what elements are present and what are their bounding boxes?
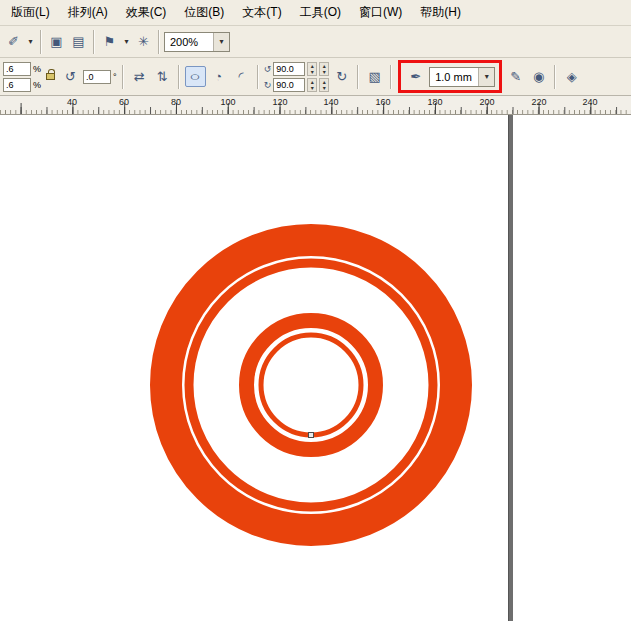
page-edge-line: [508, 115, 513, 621]
ruler-label: 240: [582, 97, 597, 107]
horizontal-ruler[interactable]: 40 60 80 100 120 140 160 180 200 220 240: [0, 96, 631, 115]
outline-pen-icon: ✒: [405, 66, 426, 87]
ruler-label: 220: [531, 97, 546, 107]
toolbar-separator: [390, 65, 392, 89]
toolbar-separator: [178, 65, 180, 89]
mirror-vertical-button[interactable]: ⇅: [152, 66, 173, 87]
pie-button[interactable]: ◔: [208, 66, 229, 87]
arc-angle-fields: ↺ ▴▾ ▴▾ ↻ ▴▾ ▴▾: [264, 62, 330, 92]
launcher-dropdown-icon[interactable]: ▾: [121, 31, 132, 52]
menu-effects[interactable]: 效果(C): [117, 0, 176, 25]
menu-window[interactable]: 窗口(W): [350, 0, 411, 25]
start-angle-spinner-2[interactable]: ▴▾: [319, 62, 329, 76]
property-bar: % % ↺ ° ⇄ ⇅ ○ ◔ ◜ ↺ ▴▾ ▴▾: [0, 58, 631, 96]
mirror-horizontal-button[interactable]: ⇄: [129, 66, 150, 87]
tool-dropdown-icon[interactable]: ▾: [25, 31, 36, 52]
application-launcher-icon[interactable]: ⚑: [99, 31, 120, 52]
end-angle-spinner-2[interactable]: ▴▾: [319, 78, 329, 92]
toolbar-separator: [122, 65, 124, 89]
concentric-circles-drawing[interactable]: [0, 115, 631, 621]
toolbar-separator: [357, 65, 359, 89]
annotation-highlight-box: ✒ 1.0 mm ▾: [398, 60, 502, 93]
menu-arrange[interactable]: 排列(A): [59, 0, 117, 25]
scale-horizontal-unit: %: [33, 64, 41, 74]
rotation-angle-input[interactable]: [83, 70, 111, 84]
lock-ratio-icon[interactable]: [46, 73, 55, 80]
ruler-label: 60: [119, 97, 129, 107]
end-angle-icon: ↻: [264, 80, 272, 90]
start-angle-icon: ↺: [264, 64, 272, 74]
curve-node-marker[interactable]: [308, 432, 314, 438]
tool-icon[interactable]: ✐: [3, 31, 24, 52]
menu-tools[interactable]: 工具(O): [291, 0, 350, 25]
ellipse-button[interactable]: ○: [185, 66, 206, 87]
scale-factor-fields: % %: [3, 62, 41, 92]
degree-label: °: [113, 72, 117, 82]
ruler-label: 100: [220, 97, 235, 107]
menu-bar: 版面(L) 排列(A) 效果(C) 位图(B) 文本(T) 工具(O) 窗口(W…: [0, 0, 631, 26]
zoom-level-combobox[interactable]: 200% ▾: [164, 32, 230, 52]
rotate-icon: ↺: [60, 66, 81, 87]
menu-bitmaps[interactable]: 位图(B): [175, 0, 233, 25]
arc-button[interactable]: ◜: [231, 66, 252, 87]
outer-thick-ring[interactable]: [166, 240, 456, 530]
toolbar-separator: [158, 30, 160, 54]
start-angle-spinner[interactable]: ▴▾: [307, 62, 317, 76]
ruler-label: 80: [171, 97, 181, 107]
welcome-screen-icon[interactable]: ✳: [133, 31, 154, 52]
inner-thin-ring[interactable]: [261, 335, 361, 435]
menu-layout[interactable]: 版面(L): [2, 0, 59, 25]
object-properties-button[interactable]: ◉: [528, 66, 549, 87]
outline-width-combobox[interactable]: 1.0 mm ▾: [429, 67, 495, 87]
export-icon[interactable]: ▤: [68, 31, 89, 52]
edit-properties-button[interactable]: ✎: [505, 66, 526, 87]
end-angle-spinner[interactable]: ▴▾: [307, 78, 317, 92]
ruler-label: 140: [323, 97, 338, 107]
start-angle-input[interactable]: [273, 62, 305, 76]
import-icon[interactable]: ▣: [46, 31, 67, 52]
menu-help[interactable]: 帮助(H): [411, 0, 470, 25]
menu-text[interactable]: 文本(T): [233, 0, 290, 25]
drawing-canvas[interactable]: [0, 115, 631, 621]
ruler-label: 180: [427, 97, 442, 107]
zoom-level-value: 200%: [165, 33, 213, 51]
outer-thin-ring[interactable]: [189, 263, 433, 507]
wrap-text-button[interactable]: ◈: [561, 66, 582, 87]
ruler-label: 200: [479, 97, 494, 107]
toolbar-separator: [40, 30, 42, 54]
outline-width-value: 1.0 mm: [430, 68, 478, 86]
zoom-dropdown-icon[interactable]: ▾: [213, 33, 229, 51]
arc-direction-button[interactable]: ↻: [331, 66, 352, 87]
ruler-label: 40: [67, 97, 77, 107]
ruler-label: 120: [272, 97, 287, 107]
scale-vertical-unit: %: [33, 80, 41, 90]
toolbar-separator: [257, 65, 259, 89]
outline-width-dropdown-icon[interactable]: ▾: [478, 68, 494, 86]
end-angle-input[interactable]: [273, 78, 305, 92]
toolbar-separator: [93, 30, 95, 54]
convert-to-curve-button[interactable]: ▧: [364, 66, 385, 87]
scale-horizontal-input[interactable]: [3, 62, 31, 76]
coreldraw-window: 版面(L) 排列(A) 效果(C) 位图(B) 文本(T) 工具(O) 窗口(W…: [0, 0, 631, 621]
scale-vertical-input[interactable]: [3, 78, 31, 92]
standard-toolbar: ✐ ▾ ▣ ▤ ⚑ ▾ ✳ 200% ▾: [0, 26, 631, 58]
inner-thick-ring[interactable]: [247, 321, 376, 450]
toolbar-separator: [554, 65, 556, 89]
ruler-label: 160: [375, 97, 390, 107]
